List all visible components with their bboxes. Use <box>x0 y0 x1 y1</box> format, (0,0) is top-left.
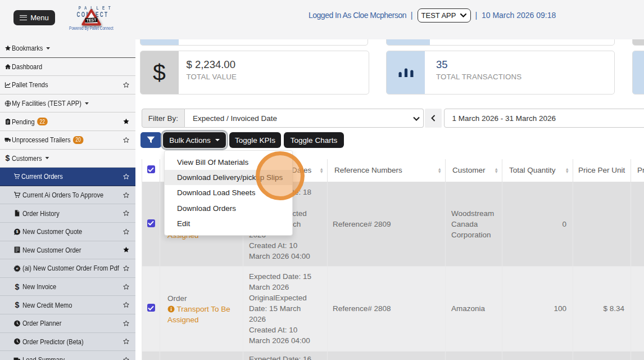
svg-text:TEST: TEST <box>86 18 97 22</box>
svg-text:ai: ai <box>16 267 19 270</box>
svg-text:$: $ <box>16 230 19 234</box>
